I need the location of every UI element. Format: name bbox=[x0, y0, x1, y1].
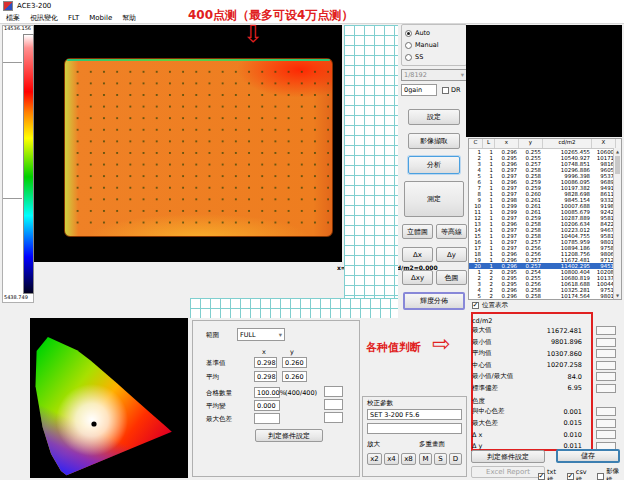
measurement-table[interactable]: CLxycd/m2X 110.2960.25510265.45510600210… bbox=[468, 138, 622, 300]
checkbox-icon[interactable] bbox=[597, 473, 604, 480]
delta-x-button[interactable]: Δx bbox=[402, 247, 433, 262]
ref-y-field[interactable]: 0.260 bbox=[282, 357, 307, 368]
range-value: FULL bbox=[240, 331, 256, 339]
white-point-marker bbox=[91, 421, 96, 426]
cie-diagram-panel bbox=[30, 318, 188, 478]
drift-result-box bbox=[324, 399, 343, 410]
multi-d-button[interactable]: D bbox=[449, 453, 462, 465]
radio-label: Manual bbox=[415, 41, 439, 49]
camera-preview[interactable] bbox=[466, 25, 622, 137]
save-button[interactable]: 儲存 bbox=[556, 449, 620, 463]
stat-row: 中心值10207.258 bbox=[472, 360, 622, 372]
zoom-x4-button[interactable]: x4 bbox=[384, 453, 399, 465]
judge-settings-button[interactable]: 判定條件設定 bbox=[255, 429, 323, 442]
menu-item-4[interactable]: 幫助 bbox=[122, 13, 136, 23]
table-body[interactable]: 110.2960.25510265.45510600210.2950.25510… bbox=[469, 149, 621, 299]
stat-judge-box bbox=[596, 338, 616, 347]
excel-report-button[interactable]: Excel Report bbox=[471, 466, 545, 478]
chromaticity-panel: 範圍 FULL ▾ x y 基準值 0.298 0.260 平均 0.298 0… bbox=[192, 320, 360, 477]
table-scrollbar[interactable]: ▲ ▼ bbox=[613, 148, 621, 299]
judge-settings-button-2[interactable]: 判定條件設定 bbox=[471, 450, 545, 463]
menu-item-0[interactable]: 檔案 bbox=[6, 13, 20, 23]
scrollbar-thumb[interactable] bbox=[615, 156, 620, 174]
stat-row: 最大值11672.481 bbox=[472, 325, 622, 337]
contour-button[interactable]: 等高線 bbox=[436, 224, 467, 239]
checkbox-icon[interactable]: ✓ bbox=[567, 473, 574, 480]
stat-row: 最小值/最大值84.0 bbox=[472, 371, 622, 383]
multi-label: 多重畫面 bbox=[419, 440, 445, 449]
pass-label: 合格數量 bbox=[206, 389, 232, 398]
calib-field-2[interactable] bbox=[367, 423, 462, 434]
avg-x-field[interactable]: 0.298 bbox=[254, 371, 277, 382]
file-check-label: 影像檔 bbox=[606, 467, 624, 480]
maxdiff-field bbox=[254, 413, 280, 424]
file-check-label: txt檔 bbox=[547, 468, 561, 480]
analyze-button[interactable]: 分析 bbox=[408, 156, 460, 174]
menu-item-3[interactable]: Mobile bbox=[89, 14, 112, 22]
menu-item-2[interactable]: FLT bbox=[68, 14, 79, 22]
zoom-buttons: x2x4x8 bbox=[367, 453, 416, 465]
exposure-select[interactable]: 1/8192 ▾ bbox=[401, 69, 467, 81]
delta-xy-button[interactable]: Δxy bbox=[402, 270, 433, 285]
delta-y-button[interactable]: Δy bbox=[436, 247, 467, 262]
table-header: CLxycd/m2X bbox=[469, 139, 621, 149]
ref-x-field[interactable]: 0.298 bbox=[254, 357, 277, 368]
radio-icon[interactable] bbox=[405, 30, 412, 37]
radio-row-auto[interactable]: Auto bbox=[405, 27, 463, 39]
stat-value: 9801.896 bbox=[530, 338, 582, 346]
pass-field: 100.00% bbox=[254, 387, 280, 398]
luminance-dist-button[interactable]: 輝度分佈 bbox=[403, 292, 465, 310]
measurement-image[interactable] bbox=[34, 25, 342, 262]
measure-button[interactable]: 測定 bbox=[404, 181, 464, 217]
file-check-0[interactable]: ✓txt檔 bbox=[538, 467, 561, 480]
colormap-button[interactable]: 色圖 bbox=[436, 270, 467, 285]
top-edge-highlight bbox=[67, 59, 330, 61]
exposure-mode-group: AutoManualSS bbox=[401, 24, 467, 66]
scroll-up-icon[interactable]: ▲ bbox=[614, 148, 621, 155]
zoom-x2-button[interactable]: x2 bbox=[367, 453, 382, 465]
zoom-x8-button[interactable]: x8 bbox=[401, 453, 416, 465]
ref-y-value: 0.260 bbox=[285, 359, 304, 367]
file-check-label: csv檔 bbox=[576, 468, 592, 480]
menu-item-1[interactable]: 視訊變化 bbox=[30, 13, 58, 23]
calib-title: 校正參數 bbox=[367, 399, 393, 408]
radio-label: Auto bbox=[415, 29, 430, 37]
radio-row-ss[interactable]: SS bbox=[405, 51, 463, 63]
dr-checkbox[interactable] bbox=[442, 87, 449, 94]
stat-judge-box bbox=[596, 419, 616, 428]
radio-icon[interactable] bbox=[405, 42, 412, 49]
radio-label: SS bbox=[415, 53, 423, 61]
checkbox-icon[interactable]: ✓ bbox=[538, 473, 545, 480]
table-row[interactable]: 520.2960.25810174.5649801 bbox=[469, 293, 621, 299]
app-window: ACE3-200 檔案視訊變化FLTMobile幫助 14536.156 543… bbox=[0, 0, 624, 480]
range-select[interactable]: FULL ▾ bbox=[237, 328, 285, 341]
cie-diagram bbox=[30, 318, 188, 478]
file-check-1[interactable]: ✓csv檔 bbox=[567, 467, 592, 480]
multi-m-button[interactable]: M bbox=[419, 453, 432, 465]
position-display-row[interactable]: ✓ 位置表示 bbox=[472, 301, 508, 310]
stat-label: 中心值 bbox=[472, 361, 530, 370]
radio-row-manual[interactable]: Manual bbox=[405, 39, 463, 51]
calibration-panel: 校正參數 SET 3-200 F5.6 放大 x2x4x8 多重畫面 MSD bbox=[362, 396, 467, 477]
stat-value: 10207.258 bbox=[530, 361, 582, 369]
capture-button[interactable]: 影像擷取 bbox=[408, 133, 460, 149]
dr-checkbox-row[interactable]: DR bbox=[442, 86, 461, 94]
stat-value: 6.95 bbox=[530, 384, 582, 392]
avg-y-field[interactable]: 0.260 bbox=[282, 371, 307, 382]
file-check-2[interactable]: 影像檔 bbox=[597, 467, 624, 480]
multi-s-button[interactable]: S bbox=[434, 453, 447, 465]
radio-icon[interactable] bbox=[405, 54, 412, 61]
view3d-button[interactable]: 立體圖 bbox=[402, 224, 433, 239]
scroll-down-icon[interactable]: ▼ bbox=[614, 292, 621, 299]
pixel-grid-horizontal bbox=[190, 298, 398, 318]
stat-label: 最小值/最大值 bbox=[472, 372, 530, 381]
avg-label: 平均 bbox=[206, 373, 219, 382]
calib-field[interactable]: SET 3-200 F5.6 bbox=[367, 409, 462, 420]
gain-field[interactable]: 0gain bbox=[401, 84, 437, 96]
settings-button[interactable]: 設定 bbox=[408, 109, 460, 125]
position-display-checkbox[interactable]: ✓ bbox=[472, 302, 479, 309]
stat-judge-box bbox=[596, 430, 616, 439]
scale-max-label: 14536.156 bbox=[4, 25, 31, 31]
dr-label: DR bbox=[451, 86, 461, 94]
scale-tick bbox=[3, 198, 22, 199]
